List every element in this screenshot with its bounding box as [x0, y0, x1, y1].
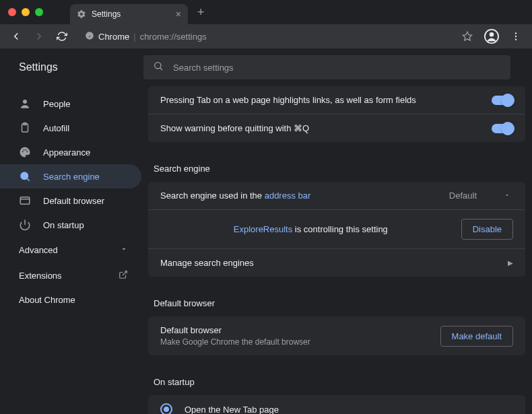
sidebar-item-people[interactable]: People [0, 92, 141, 116]
reload-button[interactable] [53, 27, 71, 46]
address-path: chrome://settings [140, 32, 207, 42]
toggle-quit-warning[interactable] [492, 124, 513, 133]
svg-rect-20 [20, 197, 30, 205]
svg-point-15 [24, 149, 25, 151]
person-icon [19, 98, 31, 110]
svg-point-17 [26, 151, 28, 152]
sidebar-item-label: Default browser [43, 196, 104, 206]
chevron-down-icon [120, 245, 128, 255]
svg-point-18 [21, 172, 28, 180]
profile-avatar-icon[interactable] [482, 27, 501, 46]
svg-marker-3 [463, 32, 471, 40]
svg-point-6 [515, 32, 517, 34]
window: Settings × + Chrome | chrome://settings [0, 0, 532, 414]
tab-title: Settings [92, 9, 170, 19]
minimize-window-button[interactable] [22, 8, 30, 16]
chevron-right-icon: ▶ [508, 259, 513, 267]
close-tab-icon[interactable]: × [176, 9, 181, 20]
address-separator: | [133, 32, 135, 42]
sidebar-item-search-engine[interactable]: Search engine [0, 164, 141, 188]
sidebar-item-label: Autofill [43, 123, 69, 133]
sidebar-item-label: Appearance [43, 147, 90, 158]
sidebar: People Autofill Appearance Search engine… [0, 86, 141, 414]
sidebar-advanced[interactable]: Advanced [0, 237, 141, 263]
toolbar: Chrome | chrome://settings [0, 24, 532, 48]
manage-search-engines-row[interactable]: Manage search engines ▶ [148, 249, 525, 277]
back-button[interactable] [7, 27, 26, 46]
titlebar: Settings × + [0, 0, 532, 24]
power-icon [19, 219, 31, 231]
svg-point-11 [23, 100, 27, 104]
make-default-button[interactable]: Make default [440, 326, 513, 347]
sidebar-item-on-startup[interactable]: On startup [0, 213, 141, 237]
new-tab-button[interactable]: + [197, 5, 205, 20]
section-title-on-startup: On startup [148, 368, 525, 395]
browser-tab[interactable]: Settings × [70, 4, 188, 24]
svg-point-7 [515, 36, 517, 37]
search-input[interactable] [173, 63, 501, 73]
about-label: About Chrome [19, 295, 75, 305]
clipboard-icon [19, 122, 31, 134]
default-browser-row: Default browser Make Google Chrome the d… [148, 316, 525, 355]
menu-kebab-icon[interactable] [506, 27, 525, 46]
svg-line-19 [27, 178, 29, 180]
chevron-down-icon [504, 191, 510, 201]
maximize-window-button[interactable] [35, 8, 43, 16]
search-engine-used-row: Search engine used in the address bar De… [148, 182, 525, 210]
setting-press-tab: Pressing Tab on a web page highlights li… [148, 86, 525, 114]
controlled-by-extension-row: ExploreResults is controlling this setti… [148, 210, 525, 249]
header-row: Settings [0, 48, 532, 86]
page-title: Settings [19, 61, 130, 73]
forward-button[interactable] [30, 27, 48, 46]
svg-point-16 [26, 149, 27, 151]
svg-line-23 [123, 271, 127, 275]
disable-extension-button[interactable]: Disable [461, 219, 513, 240]
svg-point-8 [515, 38, 517, 40]
address-scheme: Chrome [98, 32, 129, 42]
sidebar-extensions[interactable]: Extensions [0, 263, 141, 288]
advanced-label: Advanced [19, 245, 58, 255]
toggle-press-tab[interactable] [492, 96, 513, 105]
bookmark-star-icon[interactable] [458, 27, 477, 46]
extensions-label: Extensions [19, 271, 62, 281]
palette-icon [19, 146, 31, 158]
close-window-button[interactable] [8, 8, 16, 16]
radio-icon [160, 403, 172, 414]
sidebar-item-autofill[interactable]: Autofill [0, 116, 141, 140]
gear-icon [77, 9, 86, 19]
address-bar-link[interactable]: address bar [265, 191, 311, 201]
svg-point-9 [155, 63, 161, 69]
setting-quit-warning: Show warning before quitting with ⌘Q [148, 114, 525, 142]
sidebar-item-appearance[interactable]: Appearance [0, 140, 141, 164]
address-bar[interactable]: Chrome | chrome://settings [79, 28, 450, 45]
svg-point-5 [490, 32, 494, 36]
page-content: Settings People Autofill [0, 48, 532, 414]
search-icon [153, 61, 164, 74]
sidebar-item-label: Search engine [43, 172, 100, 182]
search-settings[interactable] [143, 55, 510, 79]
browser-icon [19, 195, 31, 207]
section-title-search-engine: Search engine [148, 154, 525, 182]
search-icon [19, 170, 31, 182]
traffic-lights [8, 8, 43, 16]
sidebar-item-default-browser[interactable]: Default browser [0, 188, 141, 213]
svg-point-14 [22, 151, 24, 152]
sidebar-item-label: People [43, 99, 70, 109]
main-content: Pressing Tab on a web page highlights li… [141, 86, 532, 414]
section-title-default-browser: Default browser [148, 289, 525, 316]
startup-option-new-tab[interactable]: Open the New Tab page [148, 395, 525, 414]
svg-line-10 [160, 68, 162, 70]
sidebar-about[interactable]: About Chrome [0, 288, 141, 312]
site-info-icon[interactable] [85, 31, 94, 42]
sidebar-item-label: On startup [43, 220, 84, 230]
external-link-icon [119, 270, 128, 281]
extension-name-link[interactable]: ExploreResults [234, 224, 292, 234]
search-engine-dropdown[interactable]: Default [449, 191, 513, 201]
